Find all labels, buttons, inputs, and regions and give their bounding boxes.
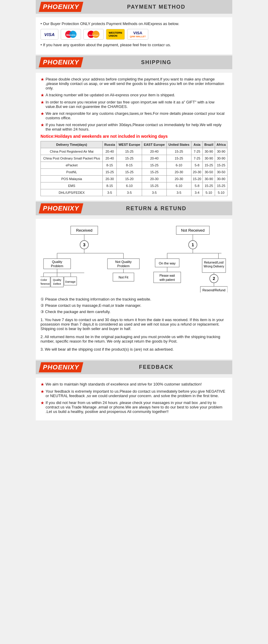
quality-defect-label: Quality: [53, 278, 62, 281]
shipping-table-row: POS Malaysia20-3015-2020-3020-3015-2030-…: [41, 176, 228, 182]
flow-instructions: ① Please check the tracking information …: [40, 297, 228, 314]
payment-section: PHOENIXY PAYMENT METHOD • Our Buyer Prot…: [36, 0, 232, 54]
shipping-time-cell: 15-20: [191, 176, 203, 182]
shipping-time-cell: 15-25: [142, 162, 167, 169]
shipping-time-cell: 8-15: [103, 182, 117, 189]
shipping-time-cell: 5-10: [215, 189, 228, 196]
feedback-star-3: ★: [40, 400, 44, 405]
circle-1: 1: [192, 242, 194, 247]
shipping-method-cell: ePacket: [41, 162, 103, 169]
quality-problem-label: Quality: [52, 260, 62, 264]
shipping-table-row: PostNL15-2515-2515-2520-3020-3030-5030-5…: [41, 169, 228, 176]
shipping-time-cell: 30-90: [215, 148, 228, 155]
shipping-time-cell: 15-25: [117, 155, 142, 162]
shipping-time-cell: 5-8: [191, 182, 203, 189]
shipping-bullet-5: ★ If you have not received your parcel w…: [40, 123, 228, 131]
col-west-europe: WEST Europe: [117, 141, 142, 148]
shipping-method-cell: EMS: [41, 182, 103, 189]
shipping-time-cell: 20-40: [142, 148, 167, 155]
star-icon-4: ★: [40, 111, 44, 116]
shipping-time-cell: 20-30: [142, 176, 167, 182]
shipping-table: Delivery Time(days) Russia WEST Europe E…: [40, 141, 228, 196]
feedback-bullet-1: ★ We aim to maintain high standards of e…: [40, 382, 228, 387]
return-logo: PHOENIXY: [39, 203, 83, 213]
shipping-time-cell: 3-5: [117, 189, 142, 196]
shipping-time-cell: 15-25: [167, 148, 191, 155]
shipping-time-cell: 15-25: [103, 169, 117, 176]
shipping-table-row: EMS8-156-1015-256-105-815-2515-25: [41, 182, 228, 189]
returned-lost-label: Returned/Lost/: [204, 261, 224, 264]
shipping-method-cell: China Post Ordinary Small Packet Plus: [41, 155, 103, 162]
not-fit-label: Not Fit: [119, 275, 129, 279]
instruction-3: ③ Check the package and item carefully.: [40, 309, 228, 314]
shipping-time-cell: 30-50: [215, 169, 228, 176]
shipping-bullet-1: ★ Please double check your address befor…: [40, 77, 228, 90]
shipping-time-cell: 20-30: [167, 176, 191, 182]
shipping-table-row: China Post Ordinary Small Packet Plus20-…: [41, 155, 228, 162]
col-east-europe: EAST Europe: [142, 141, 167, 148]
shipping-time-cell: 3-5: [167, 189, 191, 196]
received-label: Received: [76, 228, 92, 233]
col-united-states: United States: [167, 141, 191, 148]
svg-rect-18: [40, 277, 50, 287]
with-patient-label: with patient: [159, 278, 175, 281]
shipping-table-row: ePacket8-158-1515-256-105-815-2515-25: [41, 162, 228, 169]
shipping-time-cell: 3-5: [103, 189, 117, 196]
return-section: PHOENIXY RETURN & RETUND Received 3: [36, 202, 232, 359]
shipping-time-cell: 5-10: [203, 189, 215, 196]
feedback-logo: PHOENIXY: [39, 362, 83, 372]
shipping-notice: Notice:Hoildays and weekends are not inc…: [40, 134, 228, 139]
shipping-time-cell: 15-25: [203, 162, 215, 169]
col-asia: Asia: [191, 141, 203, 148]
quality-defect-label2: Defect: [53, 282, 61, 285]
shipping-time-cell: 15-25: [167, 155, 191, 162]
shipping-time-cell: 7-25: [191, 148, 203, 155]
shipping-time-cell: 15-25: [215, 182, 228, 189]
shipping-bullet-2: ★ A tracking number will be updated on A…: [40, 93, 228, 97]
shipping-title: SHIPPING: [83, 59, 229, 66]
wrong-delivery-label: Wrong Delivery: [204, 265, 225, 268]
shipping-table-row: China Post Registered Air Mai20-4015-252…: [41, 148, 228, 155]
return-rules: 1. You have 7 days to contact us and 30 …: [40, 318, 228, 352]
shipping-time-cell: 20-40: [142, 155, 167, 162]
shipping-time-cell: 15-25: [117, 169, 142, 176]
shipping-time-cell: 20-40: [103, 148, 117, 155]
not-quality-problem-label2: Problem: [117, 264, 130, 268]
circle-3: 3: [83, 242, 85, 247]
shipping-header: PHOENIXY SHIPPING: [36, 55, 232, 69]
feedback-title: FEEDBACK: [83, 364, 229, 370]
svg-text:Maestro: Maestro: [66, 34, 76, 36]
shipping-time-cell: 30-90: [215, 176, 228, 182]
shipping-time-cell: 20-30: [167, 169, 191, 176]
shipping-time-cell: 30-90: [215, 155, 228, 162]
shipping-time-cell: 8-15: [103, 162, 117, 169]
instruction-2: ② Please contact us by massage,E-mail,or…: [40, 303, 228, 308]
shipping-time-cell: 15-25: [117, 148, 142, 155]
damage-label: Damage: [65, 280, 75, 283]
shipping-time-cell: 15-25: [142, 169, 167, 176]
on-the-way-label: On the way: [159, 261, 176, 265]
rule-2: 2. All returned items must be in the ori…: [40, 335, 228, 343]
feedback-star-1: ★: [40, 382, 44, 387]
shipping-bullet-3: ★ In order to ensure you receive your or…: [40, 100, 228, 109]
feedback-star-2: ★: [40, 389, 44, 394]
payment-footer: • If you have any question about the pay…: [40, 43, 228, 47]
shipping-method-cell: POS Malaysia: [41, 176, 103, 182]
shipping-time-cell: 20-30: [191, 169, 203, 176]
shipping-time-cell: 6-10: [167, 182, 191, 189]
shipping-logo: PHOENIXY: [39, 57, 83, 67]
shipping-time-cell: 20-40: [103, 155, 117, 162]
shipping-time-cell: 7-25: [191, 155, 203, 162]
maestro-logo: Maestro: [61, 29, 81, 40]
shipping-time-cell: 30-90: [203, 176, 215, 182]
return-title: RETURN & RETUND: [83, 205, 229, 212]
shipping-time-cell: 6-10: [117, 182, 142, 189]
shipping-time-cell: 30-50: [203, 169, 215, 176]
feedback-section: PHOENIXY FEEDBACK ★ We aim to maintain h…: [36, 360, 232, 420]
return-header: PHOENIXY RETURN & RETUND: [36, 202, 232, 215]
circle-2: 2: [213, 276, 215, 281]
col-russia: Russia: [103, 141, 117, 148]
feedback-bullet-3: ★ If you did not hear from us within 24 …: [40, 400, 228, 414]
please-wait-label: Please wait: [160, 274, 175, 277]
rule-3: 3. We will bear all the shipping cost if…: [40, 347, 228, 352]
